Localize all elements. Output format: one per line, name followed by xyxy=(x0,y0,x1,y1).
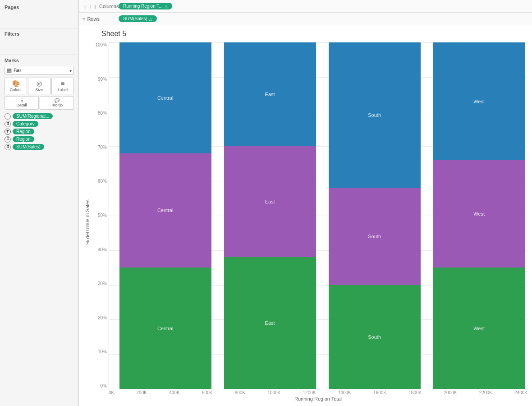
colour-label: Colour xyxy=(10,88,22,92)
colour-icon: 🎨 xyxy=(12,80,20,88)
columns-icon: ⫼⫼⫼ xyxy=(83,4,97,9)
x-tick-0: 0K xyxy=(109,390,114,395)
chart-container: Sheet 5 % del totale di Sales 100% 90% 8… xyxy=(79,25,532,406)
bar-segment-west-1: West xyxy=(433,160,525,268)
x-tick-600: 600K xyxy=(202,390,212,395)
rows-label-text: Rows xyxy=(87,16,100,22)
bar-label-west-0: West xyxy=(473,326,485,331)
bar-label-central-2: Central xyxy=(157,95,173,101)
x-tick-2400: 2400K xyxy=(514,390,527,395)
y-tick-20: 20% xyxy=(98,315,107,320)
sum-sales-icon: ⠿ xyxy=(5,144,11,150)
x-tick-200: 200K xyxy=(137,390,147,395)
pages-content xyxy=(5,12,74,25)
marks-pill-sum-regional: SUM(Regional... xyxy=(5,113,74,120)
bar-column-east[interactable]: EastEastEast xyxy=(224,42,316,389)
region-2-pill[interactable]: Region xyxy=(13,136,34,142)
sidebar: Pages Filters Marks ▦ Bar ▾ 🎨 Colour ◎ S… xyxy=(0,0,79,406)
columns-shelf: ⫼⫼⫼ Columns Running Region T... △ xyxy=(79,0,532,13)
x-tick-1600: 1600K xyxy=(373,390,386,395)
x-tick-1400: 1400K xyxy=(338,390,351,395)
tooltip-icon: 💬 xyxy=(55,98,60,103)
chart-bars-area: CentralCentralCentralEastEastEastSouthSo… xyxy=(109,42,527,389)
region-dots-icon: ⠿ xyxy=(5,136,11,143)
bar-column-west[interactable]: WestWestWest xyxy=(433,42,525,389)
sum-regional-pill[interactable]: SUM(Regional... xyxy=(13,113,53,119)
bar-segment-central-2: Central xyxy=(119,42,211,153)
x-tick-1200: 1200K xyxy=(303,390,316,395)
category-dots-icon: ⠿ xyxy=(5,121,11,127)
rows-pill[interactable]: SUM(Sales) △ xyxy=(119,15,157,22)
bar-label-west-1: West xyxy=(473,211,485,217)
bar-chart-icon: ▦ xyxy=(7,67,12,74)
bar-label-south-0: South xyxy=(368,334,381,340)
x-tick-1000: 1000K xyxy=(267,390,280,395)
marks-pill-region-t: T Region xyxy=(5,129,74,135)
bar-label-central-0: Central xyxy=(157,326,173,331)
tooltip-label: Tooltip xyxy=(51,103,63,107)
y-axis-label: % del totale di Sales xyxy=(83,42,92,401)
y-tick-70: 70% xyxy=(98,145,107,150)
bar-label-east-2: East xyxy=(265,92,275,97)
tooltip-button[interactable]: 💬 Tooltip xyxy=(40,96,74,110)
x-ticks: 0K 200K 400K 600K 800K 1000K 1200K 1400K… xyxy=(109,389,527,395)
y-tick-80: 80% xyxy=(98,111,107,115)
sum-sales-pill[interactable]: SUM(Sales) xyxy=(13,144,44,150)
marks-pill-category: ⠿ Category xyxy=(5,121,74,127)
bar-segment-south-2: South xyxy=(329,42,421,188)
bar-label-south-2: South xyxy=(368,112,381,118)
category-pill[interactable]: Category xyxy=(13,121,38,127)
bar-segment-central-1: Central xyxy=(119,153,211,268)
columns-label: ⫼⫼⫼ Columns xyxy=(83,4,119,9)
x-tick-800: 800K xyxy=(235,390,245,395)
marks-section: Marks ▦ Bar ▾ 🎨 Colour ◎ Size ≡ Label ⠿ … xyxy=(0,55,78,154)
marks-icons-row-1: 🎨 Colour ◎ Size ≡ Label xyxy=(5,78,74,94)
columns-pill-text: Running Region T... xyxy=(123,4,163,9)
bar-segment-east-0: East xyxy=(224,257,316,389)
label-label: Label xyxy=(58,88,68,92)
size-button[interactable]: ◎ Size xyxy=(28,78,50,94)
x-axis-area: 0K 200K 400K 600K 800K 1000K 1200K 1400K… xyxy=(92,389,527,395)
bar-label-central-1: Central xyxy=(157,208,173,213)
y-tick-90: 90% xyxy=(98,77,107,82)
bar-segment-east-2: East xyxy=(224,42,316,146)
x-axis-title: Running Region Total xyxy=(92,396,527,401)
marks-type-dropdown[interactable]: ▦ Bar ▾ xyxy=(5,66,74,75)
size-label: Size xyxy=(35,88,43,92)
y-tick-60: 60% xyxy=(98,179,107,184)
filters-label: Filters xyxy=(5,31,74,37)
marks-pill-sum-sales: ⠿ SUM(Sales) xyxy=(5,144,74,150)
main-area: ⫼⫼⫼ Columns Running Region T... △ ≡ Rows… xyxy=(79,0,532,406)
label-button[interactable]: ≡ Label xyxy=(51,78,74,94)
y-tick-10: 10% xyxy=(98,349,107,354)
bar-segment-east-1: East xyxy=(224,146,316,257)
rows-shelf: ≡ Rows SUM(Sales) △ xyxy=(79,13,532,25)
rows-label: ≡ Rows xyxy=(83,16,119,22)
rows-delta: △ xyxy=(149,17,152,21)
chart-title: Sheet 5 xyxy=(83,30,527,38)
filters-section: Filters xyxy=(0,28,78,55)
y-tick-0: 0% xyxy=(101,383,107,388)
chart-with-axes: 100% 90% 80% 70% 60% 50% 40% 30% 20% 10%… xyxy=(92,42,527,401)
bar-column-central[interactable]: CentralCentralCentral xyxy=(119,42,211,389)
bar-label-south-1: South xyxy=(368,234,381,239)
y-tick-40: 40% xyxy=(98,247,107,252)
marks-type-label: Bar xyxy=(14,68,69,73)
colour-button[interactable]: 🎨 Colour xyxy=(5,78,27,94)
bar-segment-west-2: West xyxy=(433,42,525,160)
marks-label: Marks xyxy=(5,58,74,63)
marks-icons-row-2: ⠿ Detail 💬 Tooltip xyxy=(5,96,74,110)
y-tick-30: 30% xyxy=(98,281,107,286)
region-pill[interactable]: Region xyxy=(13,129,34,134)
x-tick-2200: 2200K xyxy=(479,390,492,395)
pages-label: Pages xyxy=(5,5,74,10)
bar-column-south[interactable]: SouthSouthSouth xyxy=(329,42,421,389)
detail-icon: ⠿ xyxy=(20,98,23,103)
x-tick-1800: 1800K xyxy=(408,390,422,395)
region-t-icon: T xyxy=(5,129,11,135)
bar-label-east-0: East xyxy=(265,320,275,326)
detail-button[interactable]: ⠿ Detail xyxy=(5,96,39,110)
columns-pill[interactable]: Running Region T... △ xyxy=(119,3,172,9)
bar-label-west-2: West xyxy=(473,99,485,104)
rows-icon: ≡ xyxy=(83,16,85,22)
